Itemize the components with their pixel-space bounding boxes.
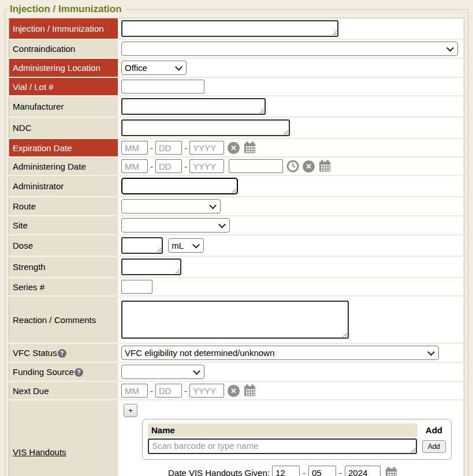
clear-date-icon[interactable]: ✕ xyxy=(228,142,240,154)
row-series: Series # xyxy=(9,278,464,296)
reaction-comments-input[interactable] xyxy=(121,301,349,339)
row-vfc-status: VFC Status? VFC eligibility not determin… xyxy=(9,343,464,362)
next-due-label: Next Due xyxy=(9,381,119,400)
strength-label: Strength xyxy=(9,256,119,278)
date-separator: - xyxy=(184,162,187,171)
injection-immunization-form: Injection / Immunization Injection / Imm… xyxy=(5,3,468,476)
row-expiration-date: Expiration Date - - ✕ xyxy=(9,138,464,157)
vis-add-button[interactable]: Add xyxy=(422,440,446,453)
row-contraindication: Contraindication xyxy=(9,39,464,58)
next-due-month-input[interactable] xyxy=(121,384,148,398)
next-due-date-group: - - ✕ xyxy=(121,384,256,398)
administering-date-label: Administering Date xyxy=(9,157,119,175)
ndc-input[interactable] xyxy=(121,119,290,136)
site-select[interactable] xyxy=(121,218,230,233)
date-separator: - xyxy=(303,468,306,476)
administering-month-input[interactable] xyxy=(121,159,148,173)
dose-unit-select[interactable]: mL xyxy=(168,238,204,253)
site-label: Site xyxy=(9,216,119,235)
funding-source-select[interactable] xyxy=(121,365,204,379)
vis-date-given-group: Date VIS Handouts Given: - - xyxy=(121,466,445,476)
row-vial-lot: Vial / Lot # xyxy=(9,77,464,96)
add-vis-row-button[interactable]: + xyxy=(124,404,137,417)
help-icon[interactable]: ? xyxy=(75,368,83,377)
row-administrator: Administrator xyxy=(9,175,464,197)
expiration-date-group: - - ✕ xyxy=(121,141,256,155)
series-label: Series # xyxy=(9,278,119,296)
row-reaction: Reaction / Comments xyxy=(9,296,464,343)
date-separator: - xyxy=(184,143,187,153)
vis-scan-input[interactable] xyxy=(148,438,417,454)
ndc-label: NDC xyxy=(9,117,119,138)
row-vis-handouts: VIS Handouts + Name Add Add Date VIS Han… xyxy=(9,400,464,476)
clock-icon[interactable] xyxy=(286,160,299,173)
date-separator: - xyxy=(150,162,153,171)
date-separator: - xyxy=(184,386,187,396)
administering-location-select[interactable]: Office xyxy=(121,61,187,75)
date-separator: - xyxy=(339,468,342,476)
row-route: Route xyxy=(9,197,464,216)
administrator-input[interactable] xyxy=(121,178,238,194)
vis-date-day-input[interactable] xyxy=(308,466,336,476)
vis-date-given-label: Date VIS Handouts Given: xyxy=(168,468,270,476)
date-separator: - xyxy=(150,143,153,153)
reaction-label: Reaction / Comments xyxy=(9,296,119,343)
dose-label: Dose xyxy=(9,235,119,256)
page-title: Injection / Immunization xyxy=(9,3,125,15)
calendar-icon[interactable] xyxy=(385,467,398,476)
vis-handouts-label-link[interactable]: VIS Handouts xyxy=(13,447,66,457)
vial-lot-input[interactable] xyxy=(121,80,204,93)
administrator-label: Administrator xyxy=(9,175,119,197)
next-due-day-input[interactable] xyxy=(155,384,182,398)
administering-location-label: Administering Location xyxy=(9,58,119,77)
route-label: Route xyxy=(9,197,119,216)
expiration-month-input[interactable] xyxy=(121,141,148,155)
row-next-due: Next Due - - ✕ xyxy=(9,381,464,400)
route-select[interactable] xyxy=(121,199,221,213)
strength-input[interactable] xyxy=(121,258,181,275)
injection-form-table: Injection / Immunization Contraindicatio… xyxy=(9,18,464,476)
vis-handouts-label: VIS Handouts xyxy=(9,400,119,476)
date-separator: - xyxy=(150,386,153,396)
row-manufacturer: Manufacturer xyxy=(9,96,464,117)
vis-handouts-panel: Name Add Add xyxy=(142,419,452,460)
expiration-day-input[interactable] xyxy=(155,141,182,155)
administering-day-input[interactable] xyxy=(155,159,182,173)
administering-year-input[interactable] xyxy=(189,159,224,173)
contraindication-label: Contraindication xyxy=(9,39,119,58)
vial-lot-label: Vial / Lot # xyxy=(9,77,119,96)
injection-input[interactable] xyxy=(121,20,338,37)
series-input[interactable] xyxy=(121,280,152,294)
vfc-status-label: VFC Status? xyxy=(9,343,119,362)
contraindication-select[interactable] xyxy=(121,42,458,56)
funding-source-label: Funding Source? xyxy=(9,362,119,381)
row-site: Site xyxy=(9,216,464,235)
vis-date-month-input[interactable] xyxy=(272,466,300,476)
vis-add-header: Add xyxy=(418,423,446,437)
row-ndc: NDC xyxy=(9,117,464,138)
dose-input[interactable] xyxy=(121,237,163,254)
calendar-icon[interactable] xyxy=(243,384,256,397)
row-strength: Strength xyxy=(9,256,464,278)
vis-date-year-input[interactable] xyxy=(345,466,381,476)
calendar-icon[interactable] xyxy=(243,141,256,154)
injection-label: Injection / Immunization xyxy=(9,18,119,40)
vfc-status-select[interactable]: VFC eligibility not determined/unknown xyxy=(121,346,439,360)
help-icon[interactable]: ? xyxy=(58,349,66,358)
manufacturer-label: Manufacturer xyxy=(9,96,119,117)
administering-time-input[interactable] xyxy=(229,159,283,173)
next-due-year-input[interactable] xyxy=(189,384,224,398)
row-administering-date: Administering Date - - ✕ xyxy=(9,157,464,175)
row-injection: Injection / Immunization xyxy=(9,18,464,40)
expiration-year-input[interactable] xyxy=(189,141,224,155)
clear-date-icon[interactable]: ✕ xyxy=(303,160,315,173)
row-dose: Dose mL xyxy=(9,235,464,256)
clear-date-icon[interactable]: ✕ xyxy=(228,385,240,397)
row-administering-location: Administering Location Office xyxy=(9,58,464,77)
administering-date-group: - - ✕ xyxy=(121,159,332,173)
manufacturer-input[interactable] xyxy=(121,98,266,115)
contraindication-select-wrap xyxy=(121,42,458,56)
expiration-date-label: Expiration Date xyxy=(9,138,119,157)
row-funding-source: Funding Source? xyxy=(9,362,464,381)
calendar-icon[interactable] xyxy=(318,160,332,173)
